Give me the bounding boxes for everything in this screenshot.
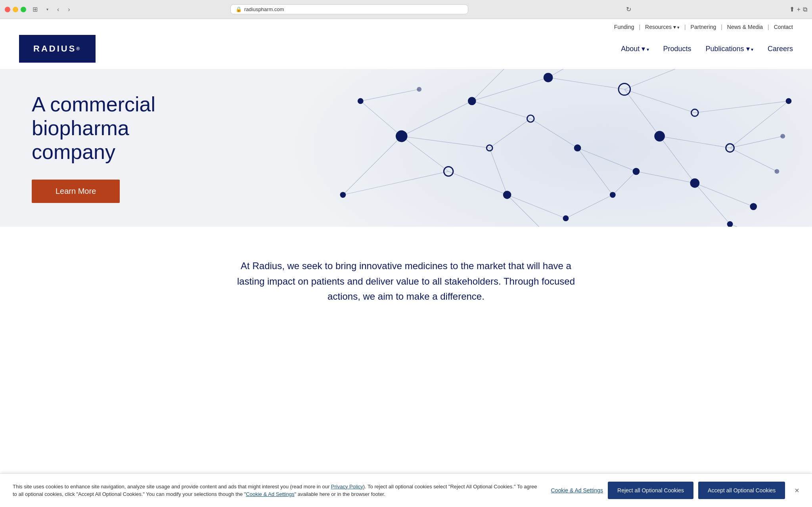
svg-point-41 — [654, 131, 665, 142]
nav-careers[interactable]: Careers — [768, 45, 793, 53]
logo-text: RADIUS — [33, 44, 76, 54]
mission-text: At Radius, we seek to bring innovative m… — [228, 258, 584, 304]
reload-button[interactable]: ↻ — [626, 6, 631, 13]
primary-nav: About ▾ Products Publications ▾ Careers — [621, 44, 793, 53]
separator-2: | — [684, 24, 686, 30]
nav-about[interactable]: About ▾ — [621, 44, 649, 53]
address-bar[interactable]: 🔒 radiuspharm.com — [230, 4, 468, 14]
back-button[interactable]: ‹ — [55, 5, 61, 14]
svg-point-43 — [574, 144, 581, 151]
svg-point-45 — [340, 192, 346, 198]
nav-resources[interactable]: Resources ▾ — [645, 24, 680, 30]
svg-point-53 — [727, 221, 733, 227]
learn-more-button[interactable]: Learn More — [32, 180, 120, 203]
nav-contact[interactable]: Contact — [774, 24, 793, 30]
traffic-lights — [5, 7, 26, 12]
hero-content: A commercial biopharma company Learn Mor… — [0, 69, 222, 227]
svg-point-47 — [610, 192, 616, 198]
share-button[interactable]: ⬆ — [789, 6, 795, 13]
nav-partnering[interactable]: Partnering — [691, 24, 716, 30]
svg-point-40 — [544, 73, 553, 82]
lock-icon: 🔒 — [236, 6, 242, 12]
svg-point-39 — [468, 97, 476, 105]
svg-point-52 — [563, 215, 569, 221]
svg-point-62 — [774, 169, 779, 174]
hero-section: A commercial biopharma company Learn Mor… — [0, 69, 812, 227]
mission-section: At Radius, we seek to bring innovative m… — [0, 227, 812, 336]
svg-point-44 — [503, 191, 511, 199]
separator-1: | — [639, 24, 640, 30]
nav-products[interactable]: Products — [663, 45, 691, 53]
svg-point-63 — [780, 134, 785, 139]
close-window-button[interactable] — [5, 7, 10, 12]
main-nav: RADIUS® About ▾ Products Publications ▾ … — [0, 35, 812, 69]
svg-point-64 — [417, 87, 421, 92]
new-tab-button[interactable]: + — [797, 6, 801, 13]
nav-news-media[interactable]: News & Media — [727, 24, 763, 30]
hero-title: A commercial biopharma company — [32, 93, 190, 164]
minimize-window-button[interactable] — [13, 7, 18, 12]
svg-point-48 — [750, 203, 757, 210]
utility-nav: Funding | Resources ▾ | Partnering | New… — [0, 19, 812, 35]
nav-funding[interactable]: Funding — [614, 24, 634, 30]
svg-point-38 — [396, 130, 408, 142]
separator-4: | — [768, 24, 769, 30]
svg-rect-0 — [284, 69, 812, 227]
forward-button[interactable]: › — [65, 5, 72, 14]
website: Funding | Resources ▾ | Partnering | New… — [0, 19, 812, 336]
separator-3: | — [721, 24, 722, 30]
browser-chrome: ⊞ ▾ ‹ › 🔒 radiuspharm.com ↻ ⬆ + ⧉ — [0, 0, 812, 19]
sidebar-chevron-icon[interactable]: ▾ — [44, 6, 51, 12]
tabs-button[interactable]: ⧉ — [803, 6, 807, 13]
fullscreen-window-button[interactable] — [21, 7, 26, 12]
url-text: radiuspharm.com — [244, 6, 284, 12]
svg-point-50 — [632, 168, 640, 175]
network-visualization — [284, 69, 812, 227]
nav-publications[interactable]: Publications ▾ — [706, 44, 753, 53]
svg-point-51 — [785, 98, 791, 104]
svg-point-46 — [358, 98, 364, 104]
logo-reg: ® — [76, 46, 81, 52]
browser-action-buttons: ⬆ + ⧉ — [789, 6, 807, 13]
svg-point-42 — [690, 178, 699, 188]
logo[interactable]: RADIUS® — [19, 35, 96, 63]
sidebar-toggle-button[interactable]: ⊞ — [30, 5, 40, 14]
